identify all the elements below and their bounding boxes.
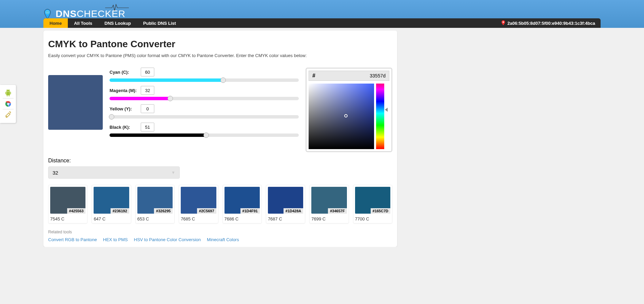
related-link[interactable]: HSV to Pantone Color Conversion	[134, 237, 201, 242]
swatch-color: #326295	[137, 187, 173, 214]
swatch-card[interactable]: #425563 7545 C	[48, 185, 87, 223]
swatch-name: 647 C	[94, 216, 129, 221]
slider-label: Cyan (C):	[110, 70, 137, 75]
swatch-name: 7686 C	[225, 216, 260, 221]
related-links: Convert RGB to PantoneHEX to PMSHSV to P…	[48, 237, 392, 242]
swatch-card[interactable]: #236192 647 C	[92, 185, 131, 223]
side-toolbar	[0, 85, 16, 123]
color-preview	[48, 75, 103, 130]
main-content: CMYK to Pantone Converter Easily convert…	[43, 31, 397, 247]
slider-label: Black (K):	[110, 125, 137, 130]
location-pin-icon	[501, 20, 505, 26]
slider-track[interactable]	[110, 78, 299, 82]
slider-value-input[interactable]	[141, 86, 154, 95]
swatch-color: #165C7D	[355, 187, 390, 214]
swatch-hex: #165C7D	[371, 208, 390, 214]
sliders-column: Cyan (C): Magenta (M): Yellow (Y): Black…	[110, 68, 299, 152]
swatch-name: 7545 C	[50, 216, 85, 221]
ip-address: 2a06:5b05:8d07:5f00:e940:9b43:1c3f:4bca	[507, 21, 595, 26]
chrome-icon[interactable]	[3, 99, 14, 109]
svg-point-1	[503, 21, 504, 23]
slider-cyanc: Cyan (C):	[110, 68, 299, 82]
swatch-hex: #34657F	[328, 208, 347, 214]
swatch-card[interactable]: #34657F 7699 C	[309, 185, 349, 223]
swatch-card[interactable]: #326295 653 C	[135, 185, 175, 223]
swatch-color: #34657F	[311, 187, 347, 214]
hex-hash-label: #	[309, 73, 319, 79]
nav-item-dns-lookup[interactable]: DNS Lookup	[98, 18, 137, 28]
heartbeat-icon	[105, 4, 129, 12]
slider-label: Yellow (Y):	[110, 106, 137, 111]
related-link[interactable]: Convert RGB to Pantone	[48, 237, 97, 242]
swatch-hex: #1D4F91	[240, 208, 260, 214]
distance-value: 32	[53, 170, 58, 176]
related-tools-label: Related tools	[48, 230, 392, 234]
page-subtitle: Easily convert your CMYK to Pantone (PMS…	[48, 53, 392, 58]
swatch-name: 7685 C	[181, 216, 216, 221]
swatch-hex: #326295	[154, 208, 173, 214]
slider-track[interactable]	[110, 97, 299, 100]
swatch-hex: #1D428A	[284, 208, 303, 214]
related-link[interactable]: HEX to PMS	[103, 237, 128, 242]
swatch-card[interactable]: #165C7D 7700 C	[353, 185, 392, 223]
slider-label: Magenta (M):	[110, 88, 137, 93]
swatch-color: #1D4F91	[225, 187, 260, 214]
distance-label: Distance:	[48, 158, 392, 164]
swatch-card[interactable]: #1D4F91 7686 C	[222, 185, 262, 223]
nav-item-all-tools[interactable]: All Tools	[68, 18, 98, 28]
swatch-name: 7699 C	[311, 216, 347, 221]
swatch-hex: #2C5697	[197, 208, 216, 214]
color-picker-panel: # 33557d	[306, 68, 392, 152]
slider-thumb[interactable]	[168, 96, 173, 101]
chevron-down-icon: ▼	[171, 170, 175, 175]
sv-cursor[interactable]	[344, 114, 348, 118]
swatch-card[interactable]: #1D428A 7687 C	[266, 185, 305, 223]
page-title: CMYK to Pantone Converter	[48, 39, 392, 50]
swatch-color: #236192	[94, 187, 129, 214]
hue-strip[interactable]	[376, 84, 384, 149]
swatch-hex: #425563	[67, 208, 86, 214]
nav-item-home[interactable]: Home	[43, 18, 68, 28]
slider-thumb[interactable]	[220, 77, 226, 83]
tools-icon[interactable]	[3, 109, 14, 120]
slider-magentam: Magenta (M):	[110, 86, 299, 100]
ip-display[interactable]: 2a06:5b05:8d07:5f00:e940:9b43:1c3f:4bca	[501, 18, 601, 28]
swatch-grid: #425563 7545 C #236192 647 C #326295 653…	[48, 185, 392, 223]
slider-track[interactable]	[110, 133, 299, 137]
slider-blackk: Black (K):	[110, 123, 299, 137]
swatch-color: #425563	[50, 187, 85, 214]
slider-yellowy: Yellow (Y):	[110, 104, 299, 119]
hex-value: 33557d	[319, 73, 389, 78]
slider-thumb[interactable]	[109, 114, 114, 120]
svg-point-0	[45, 10, 50, 14]
navbar: HomeAll ToolsDNS LookupPublic DNS List 2…	[43, 18, 601, 28]
svg-point-4	[7, 103, 9, 105]
slider-value-input[interactable]	[141, 104, 154, 113]
swatch-name: 7687 C	[268, 216, 303, 221]
slider-value-input[interactable]	[141, 68, 154, 76]
distance-select[interactable]: 32 ▼	[48, 166, 180, 179]
swatch-color: #1D428A	[268, 187, 303, 214]
swatch-color: #2C5697	[181, 187, 216, 214]
android-icon[interactable]	[3, 88, 14, 99]
swatch-card[interactable]: #2C5697 7685 C	[179, 185, 218, 223]
swatch-name: 7700 C	[355, 216, 390, 221]
logo[interactable]: DNSCHECKER	[43, 8, 125, 19]
saturation-value-area[interactable]	[309, 84, 374, 149]
slider-value-input[interactable]	[141, 123, 154, 131]
nav-item-public-dns-list[interactable]: Public DNS List	[137, 18, 182, 28]
globe-pin-icon	[43, 8, 54, 19]
swatch-name: 653 C	[137, 216, 173, 221]
slider-track[interactable]	[110, 115, 299, 119]
related-link[interactable]: Minecraft Colors	[207, 237, 239, 242]
hex-input-row[interactable]: # 33557d	[309, 71, 389, 81]
hue-cursor[interactable]	[385, 108, 388, 112]
swatch-hex: #236192	[111, 208, 129, 214]
slider-thumb[interactable]	[203, 132, 209, 138]
